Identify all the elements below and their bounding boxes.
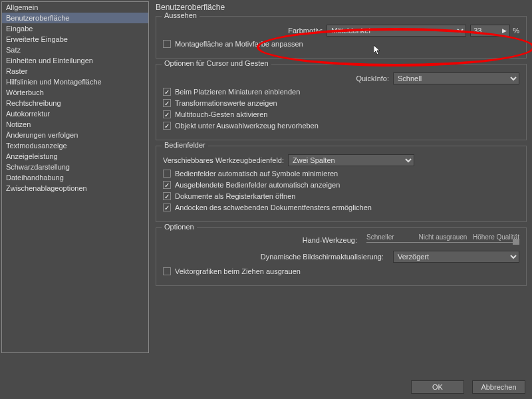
checkbox-icon (163, 170, 171, 178)
play-icon: ▶ (502, 27, 507, 34)
cb-cursor-4[interactable]: Objekt unter Auswahlwerkzeug hervorheben (163, 122, 519, 130)
sidebar-item-5[interactable]: Einheiten und Einteilungen (2, 55, 148, 66)
group-appearance: Aussehen Farbmotiv: Mitteldunkel 33 ▶ % … (156, 16, 527, 59)
checkbox-icon (163, 99, 171, 107)
cb-paste-label: Montagefläche an Motivfarbe anpassen (175, 40, 303, 48)
theme-dropdown[interactable]: Mitteldunkel (327, 25, 466, 37)
sidebar-item-9[interactable]: Rechtschreibung (2, 98, 148, 108)
slider-thumb-icon (513, 239, 519, 245)
ok-button[interactable]: OK (411, 380, 464, 394)
sidebar-item-15[interactable]: Schwarzdarstellung (2, 162, 148, 172)
percent-label: % (513, 27, 519, 35)
cb-panels-4[interactable]: Andocken des schwebenden Dokumentfenster… (163, 203, 519, 211)
checkbox-icon (163, 88, 171, 96)
sidebar-item-13[interactable]: Textmodusanzeige (2, 140, 148, 151)
cancel-button[interactable]: Abbrechen (472, 380, 525, 394)
cb-cursor-1[interactable]: Beim Platzieren Miniaturen einblenden (163, 88, 519, 96)
theme-label: Farbmotiv: (288, 27, 323, 35)
sidebar-item-3[interactable]: Erweiterte Eingabe (2, 34, 148, 45)
sidebar-item-17[interactable]: Zwischenablageoptionen (2, 183, 148, 194)
cb-panels-3[interactable]: Dokumente als Registerkarten öffnen (163, 192, 519, 200)
checkbox-icon (163, 40, 171, 48)
dyn-update-label: Dynamische Bildschirmaktualisierung: (191, 253, 384, 261)
cb-cursor-2[interactable]: Transformationswerte anzeigen (163, 99, 519, 107)
hand-tool-slider[interactable] (366, 235, 519, 245)
group-panels: Bedienfelder Verschiebbares Werkzeugbedi… (156, 146, 527, 222)
group-options-title: Optionen (162, 223, 197, 231)
main-panel: Benutzeroberfläche Aussehen Farbmotiv: M… (150, 0, 532, 369)
hand-tool-label: Hand-Werkzeug: (164, 236, 357, 244)
quickinfo-label: QuickInfo: (356, 74, 389, 82)
sidebar-item-14[interactable]: Anzeigeleistung (2, 151, 148, 162)
sidebar: AllgemeinBenutzeroberflächeEingabeErweit… (1, 1, 149, 353)
sidebar-item-6[interactable]: Raster (2, 66, 148, 76)
theme-number-value: 33 (473, 27, 481, 35)
dyn-update-dropdown[interactable]: Verzögert (393, 251, 519, 263)
group-appearance-title: Aussehen (162, 11, 200, 19)
group-options: Optionen Schneller Höhere Qualität Nicht… (156, 227, 527, 286)
group-cursor: Optionen für Cursor und Gesten QuickInfo… (156, 64, 527, 140)
sidebar-item-1[interactable]: Benutzeroberfläche (2, 13, 148, 23)
toolbar-label: Verschiebbares Werkzeugbedienfeld: (163, 156, 284, 164)
sidebar-item-8[interactable]: Wörterbuch (2, 87, 148, 98)
cb-panels-1[interactable]: Bedienfelder automatisch auf Symbole min… (163, 170, 519, 178)
sidebar-item-11[interactable]: Notizen (2, 119, 148, 130)
page-title: Benutzeroberfläche (156, 3, 527, 12)
checkbox-icon (163, 110, 171, 118)
sidebar-item-7[interactable]: Hilfslinien und Montagefläche (2, 76, 148, 87)
cb-panels-2[interactable]: Ausgeblendete Bedienfelder automatisch a… (163, 181, 519, 189)
theme-number-input[interactable]: 33 ▶ (470, 25, 510, 37)
sidebar-item-2[interactable]: Eingabe (2, 23, 148, 34)
sidebar-item-12[interactable]: Änderungen verfolgen (2, 130, 148, 140)
sidebar-item-10[interactable]: Autokorrektur (2, 108, 148, 119)
sidebar-item-4[interactable]: Satz (2, 45, 148, 55)
footer: OK Abbrechen (411, 380, 525, 394)
group-cursor-title: Optionen für Cursor und Gesten (162, 59, 271, 67)
sidebar-item-16[interactable]: Dateihandhabung (2, 172, 148, 183)
sidebar-item-0[interactable]: Allgemein (2, 2, 148, 13)
cb-cursor-3[interactable]: Multitouch-Gesten aktivieren (163, 110, 519, 118)
cb-vector[interactable]: Vektorgrafiken beim Ziehen ausgrauen (163, 267, 519, 275)
checkbox-icon (163, 267, 171, 275)
checkbox-icon (163, 181, 171, 189)
cb-paste-row[interactable]: Montagefläche an Motivfarbe anpassen (163, 40, 519, 48)
checkbox-icon (163, 122, 171, 130)
checkbox-icon (163, 192, 171, 200)
checkbox-icon (163, 203, 171, 211)
toolbar-dropdown[interactable]: Zwei Spalten (288, 154, 414, 166)
quickinfo-dropdown[interactable]: Schnell (393, 72, 519, 84)
group-panels-title: Bedienfelder (162, 141, 208, 149)
